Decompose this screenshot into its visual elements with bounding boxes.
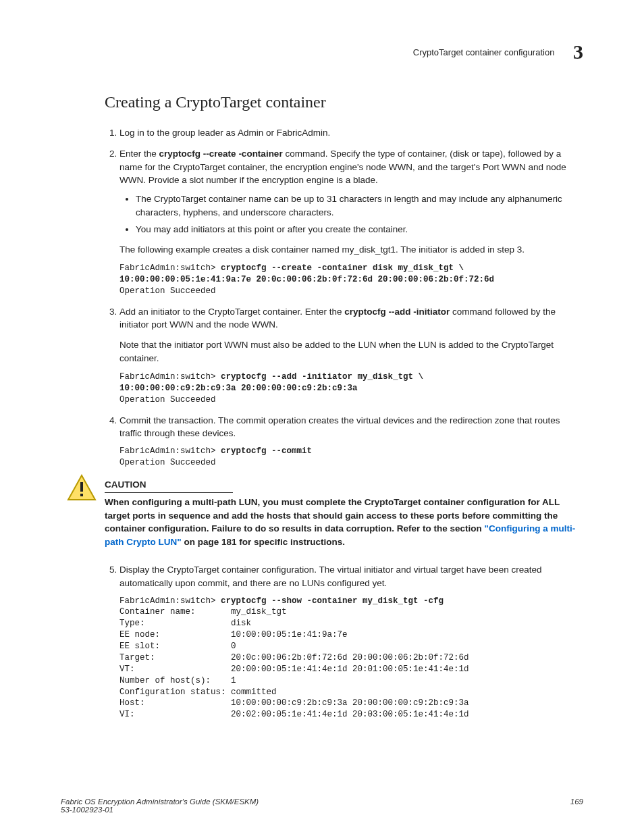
step-5-code: FabricAdmin:switch> cryptocfg --show -co… [119,596,583,721]
step-5-text: Display the CryptoTarget container confi… [119,565,542,588]
step-list-cont: Display the CryptoTarget container confi… [105,563,583,721]
svg-rect-1 [80,482,83,492]
step-4: Commit the transaction. The commit opera… [119,414,583,469]
step-3: Add an initiator to the CryptoTarget con… [119,305,583,406]
code-output: Operation Succeeded [119,458,216,467]
running-header: CryptoTarget container configuration 3 [61,41,583,63]
step-1: Log in to the group leader as Admin or F… [119,126,583,140]
footer-doc-id: 53-1002923-01 [61,806,113,814]
step-2-bullet-1: The CryptoTarget container name can be u… [136,192,583,219]
step-4-text: Commit the transaction. The commit opera… [119,415,560,439]
code-prompt: FabricAdmin:switch> [119,372,221,382]
step-3-cmd-2: --add [388,307,410,317]
caution-icon [67,474,97,505]
page-footer: Fabric OS Encryption Administrator's Gui… [61,798,583,814]
step-3-prefix: Add an initiator to the CryptoTarget con… [119,307,344,317]
code-bold: 10:00:00:00:05:1e:41:9a:7e 20:0c:00:06:2… [119,275,494,284]
code-output: Operation Succeeded [119,286,216,296]
code-bold: 10:00:00:00:c9:2b:c9:3a 20:00:00:00:c9:2… [119,384,358,393]
chapter-number: 3 [573,41,583,63]
step-3-note: Note that the initiator port WWN must al… [119,338,583,365]
step-list: Log in to the group leader as Admin or F… [105,126,583,469]
code-bold: cryptocfg --show -container my_disk_tgt … [221,596,444,606]
section-heading: Creating a CryptoTarget container [105,90,583,114]
step-2-cmd-2: --create [203,149,236,159]
step-2-cmd-3: -container [238,149,282,159]
footer-page-number: 169 [570,798,583,814]
caution-block: CAUTION When configuring a multi-path LU… [67,478,583,549]
caution-body: CAUTION When configuring a multi-path LU… [105,478,583,549]
code-bold: cryptocfg --commit [221,446,312,456]
code-bold: cryptocfg --create -container disk my_di… [221,263,464,273]
step-2-bullets: The CryptoTarget container name can be u… [132,192,583,236]
step-3-cmd-3: -initiator [413,307,450,317]
footer-left: Fabric OS Encryption Administrator's Gui… [61,798,259,814]
step-3-cmd-1: cryptocfg [344,307,386,317]
step-4-code: FabricAdmin:switch> cryptocfg --commit O… [119,446,583,469]
code-prompt: FabricAdmin:switch> [119,596,221,606]
step-1-text: Log in to the group leader as Admin or F… [119,128,330,138]
step-5: Display the CryptoTarget container confi… [119,563,583,721]
caution-text-post: on page 181 for specific instructions. [182,537,345,547]
code-prompt: FabricAdmin:switch> [119,446,221,456]
header-title: CryptoTarget container configuration [413,47,555,57]
step-2: Enter the cryptocfg --create -container … [119,147,583,297]
step-2-prefix: Enter the [119,149,159,159]
step-2-code: FabricAdmin:switch> cryptocfg --create -… [119,263,583,297]
code-output: Container name: my_disk_tgt Type: disk E… [119,607,469,719]
code-bold: cryptocfg --add -initiator my_disk_tgt \ [221,372,423,382]
svg-rect-2 [80,494,83,496]
footer-doc-title: Fabric OS Encryption Administrator's Gui… [61,798,259,806]
caution-text: When configuring a multi-path LUN, you m… [105,496,583,548]
step-2-note: The following example creates a disk con… [119,243,583,257]
step-2-cmd-1: cryptocfg [159,149,201,159]
step-2-bullet-2: You may add initiators at this point or … [136,223,583,236]
step-3-code: FabricAdmin:switch> cryptocfg --add -ini… [119,371,583,406]
caution-label: CAUTION [105,478,233,494]
code-output: Operation Succeeded [119,395,216,405]
code-prompt: FabricAdmin:switch> [119,263,221,273]
